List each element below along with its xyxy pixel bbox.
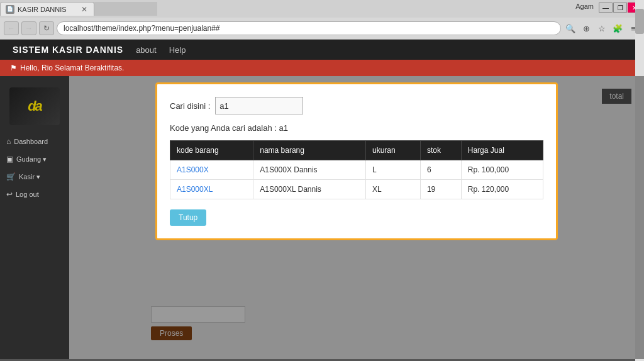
col-header-harga: Harga Jual: [461, 141, 543, 160]
sidebar-item-dashboard[interactable]: ⌂ Dashboard: [0, 133, 69, 150]
tab-title: KASIR DANNIS: [18, 6, 76, 13]
top-navigation: SISTEM KASIR DANNIS about Help: [0, 40, 644, 60]
sidebar-item-gudang[interactable]: ▣ Gudang ▾: [0, 150, 69, 168]
table-row: A1S000X A1S000X Dannis L 6 Rp. 100,000: [170, 160, 543, 180]
alert-icon: ⚑: [10, 64, 17, 72]
cell-nama-1: A1S000XL Dannis: [253, 180, 366, 199]
star-icon[interactable]: ☆: [595, 21, 609, 35]
logout-icon: ↩: [6, 190, 13, 199]
nav-help[interactable]: Help: [169, 45, 186, 55]
browser-tab[interactable]: 📄 KASIR DANNIS ✕: [0, 2, 94, 16]
result-table: kode barang nama barang ukuran stok Harg…: [170, 140, 543, 199]
sidebar-item-label-logout: Log out: [16, 191, 39, 198]
address-bar[interactable]: [57, 21, 561, 35]
new-tab-area: [94, 2, 157, 16]
cell-kode-0: A1S000X: [170, 160, 253, 180]
result-text: Kode yang Anda cari adalah : a1: [170, 123, 543, 133]
search-label: Cari disini :: [170, 101, 210, 111]
dashboard-icon: ⌂: [6, 137, 11, 146]
sidebar-item-label-dashboard: Dashboard: [14, 138, 48, 145]
gudang-icon: ▣: [6, 155, 13, 164]
cell-kode-1: A1S000XL: [170, 180, 253, 199]
tutup-button[interactable]: Tutup: [170, 209, 206, 226]
alert-bar: ⚑ Hello, Rio Selamat Beraktifitas.: [0, 60, 644, 76]
tab-favicon-icon: 📄: [6, 5, 14, 14]
search-icon[interactable]: 🔍: [564, 21, 577, 35]
logo-text: da: [28, 98, 42, 114]
table-header-row: kode barang nama barang ukuran stok Harg…: [170, 141, 543, 160]
sidebar-item-kasir[interactable]: 🛒 Kasir ▾: [0, 168, 69, 186]
sidebar-item-label-gudang: Gudang ▾: [16, 155, 47, 164]
sidebar: da ⌂ Dashboard ▣ Gudang ▾ 🛒 Kasir ▾ ↩ Lo…: [0, 76, 69, 359]
cell-ukuran-1: XL: [365, 180, 420, 199]
cell-harga-0: Rp. 100,000: [461, 160, 543, 180]
nav-about[interactable]: about: [136, 45, 157, 55]
col-header-ukuran: ukuran: [365, 141, 420, 160]
col-header-stok: stok: [420, 141, 461, 160]
search-row: Cari disini :: [170, 97, 543, 114]
cell-stok-0: 6: [420, 160, 461, 180]
cell-stok-1: 19: [420, 180, 461, 199]
kasir-icon: 🛒: [6, 172, 16, 181]
forward-button[interactable]: →: [21, 21, 36, 35]
cell-nama-0: A1S000X Dannis: [253, 160, 366, 180]
col-header-nama: nama barang: [253, 141, 366, 160]
user-label: Agam: [575, 3, 594, 10]
kode-link-1[interactable]: A1S000XL: [177, 185, 213, 194]
search-input[interactable]: [215, 97, 303, 114]
sidebar-item-label-kasir: Kasir ▾: [19, 173, 40, 181]
alert-message: Hello, Rio Selamat Beraktifitas.: [20, 64, 124, 72]
kode-link-0[interactable]: A1S000X: [177, 165, 209, 174]
tab-close-button[interactable]: ✕: [80, 5, 89, 14]
col-header-kode: kode barang: [170, 141, 253, 160]
site-title: SISTEM KASIR DANNIS: [13, 45, 123, 55]
restore-button[interactable]: ❐: [613, 3, 627, 13]
modal-overlay: Cari disini : Kode yang Anda cari adalah…: [69, 76, 644, 359]
content-area: total Proses Cari disini : Kode yang And…: [69, 76, 644, 359]
zoom-icon: ⊕: [579, 21, 593, 35]
cell-harga-1: Rp. 120,000: [461, 180, 543, 199]
sidebar-logo: da: [9, 87, 60, 125]
sidebar-item-logout[interactable]: ↩ Log out: [0, 186, 69, 203]
extensions-icon[interactable]: 🧩: [611, 21, 625, 35]
cell-ukuran-0: L: [365, 160, 420, 180]
modal-box: Cari disini : Kode yang Anda cari adalah…: [155, 82, 558, 240]
minimize-button[interactable]: —: [599, 3, 613, 13]
scroll-thumb[interactable]: [635, 9, 644, 34]
back-button[interactable]: ←: [4, 21, 19, 35]
table-row: A1S000XL A1S000XL Dannis XL 19 Rp. 120,0…: [170, 180, 543, 199]
reload-button[interactable]: ↻: [39, 21, 54, 35]
